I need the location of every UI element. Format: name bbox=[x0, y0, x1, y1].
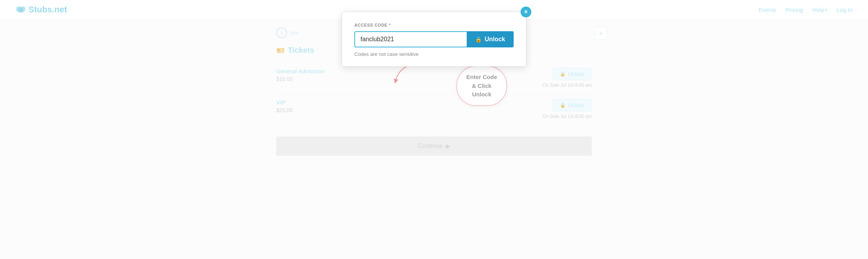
modal-close-button[interactable]: × bbox=[521, 7, 531, 17]
unlock-lock-icon: 🔒 bbox=[475, 36, 482, 42]
modal-overlay: × ACCESS CODE * 🔒 Unlock Codes are not c… bbox=[0, 0, 868, 259]
access-code-input-row: 🔒 Unlock bbox=[354, 31, 514, 47]
access-code-input[interactable] bbox=[354, 31, 467, 47]
access-code-label: ACCESS CODE * bbox=[354, 23, 514, 27]
unlock-submit-button[interactable]: 🔒 Unlock bbox=[467, 31, 514, 47]
access-code-hint: Codes are not case sensitive bbox=[354, 51, 514, 57]
modal-dialog: × ACCESS CODE * 🔒 Unlock Codes are not c… bbox=[342, 12, 526, 67]
